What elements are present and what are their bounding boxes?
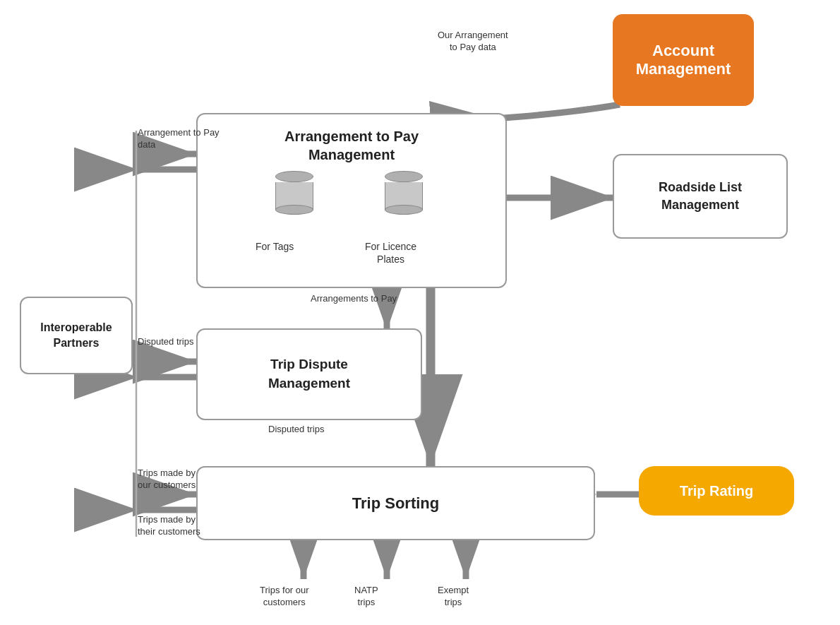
- cyl-bottom-tags: [275, 205, 313, 215]
- arrangement-to-pay-data-label: Arrangement to Paydata: [138, 127, 220, 151]
- for-licence-label: For LicencePlates: [365, 240, 416, 266]
- disputed-trips-bottom-label: Disputed trips: [268, 424, 324, 436]
- exempt-trips-label: Exempttrips: [438, 585, 469, 609]
- trip-dispute-label: Trip DisputeManagement: [268, 355, 350, 393]
- arrangements-to-pay-label: Arrangements to Pay: [311, 293, 397, 305]
- cyl-bottom-licence: [385, 205, 423, 215]
- disputed-trips-left-label: Disputed trips: [138, 336, 193, 348]
- for-tags-label: For Tags: [256, 240, 294, 253]
- for-tags-cylinder: [275, 171, 313, 215]
- roadside-list-label: Roadside ListManagement: [659, 179, 742, 214]
- trip-sorting-box: Trip Sorting: [196, 466, 595, 540]
- trip-sorting-label: Trip Sorting: [352, 494, 439, 513]
- trips-for-our-customers-label: Trips for ourcustomers: [260, 585, 309, 609]
- arrangement-to-pay-box: Arrangement to PayManagement For Tags Fo…: [196, 113, 507, 288]
- cyl-top-licence: [385, 171, 423, 182]
- cyl-top-tags: [275, 171, 313, 182]
- natp-trips-label: NATPtrips: [354, 585, 378, 609]
- our-arrangement-label: Our Arrangementto Pay data: [438, 30, 508, 54]
- trip-rating-label: Trip Rating: [680, 483, 753, 499]
- account-management-label: Account Management: [613, 42, 754, 78]
- trip-rating-box: Trip Rating: [639, 466, 794, 516]
- interoperable-partners-box: InteroperablePartners: [20, 297, 133, 374]
- arrangement-to-pay-label: Arrangement to PayManagement: [198, 127, 505, 164]
- trips-made-our-label: Trips made byour customers: [138, 468, 196, 492]
- account-management-box: Account Management: [613, 14, 754, 106]
- roadside-list-box: Roadside ListManagement: [613, 154, 788, 239]
- trips-made-their-label: Trips made bytheir customers: [138, 514, 200, 538]
- interoperable-partners-label: InteroperablePartners: [40, 320, 112, 352]
- trip-dispute-box: Trip DisputeManagement: [196, 328, 422, 420]
- for-licence-cylinder: [385, 171, 423, 215]
